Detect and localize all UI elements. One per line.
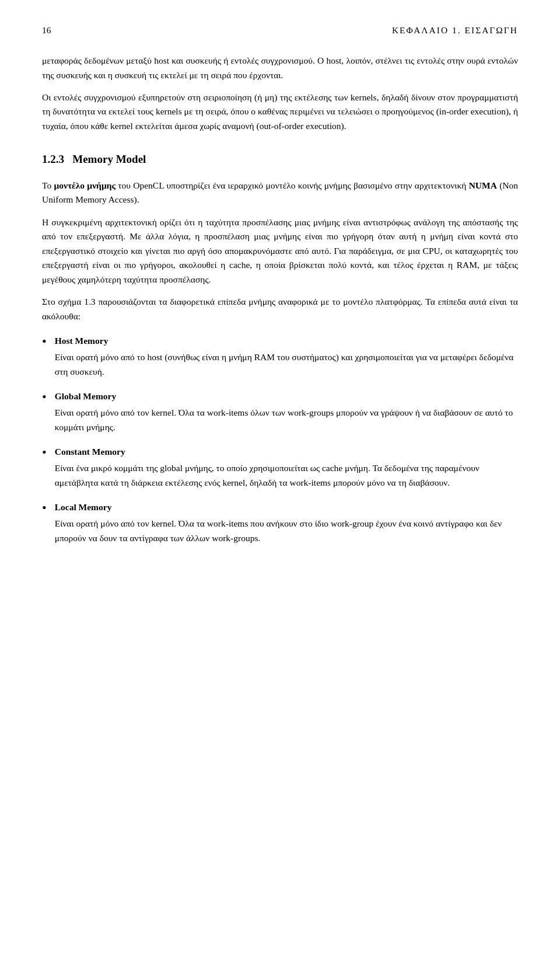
paragraph-2: Οι εντολές συγχρονισμού εξυπηρετούν στη … [42,90,518,133]
bullet-item-host-memory: • Host Memory Είναι ορατή μόνο από το ho… [42,334,518,379]
bullet-dot-global: • [42,388,47,406]
bullet-item-local-memory: • Local Memory Είναι ορατή μόνο από τον … [42,500,518,545]
local-memory-text: Είναι ορατή μόνο από τον kernel. Όλα τα … [55,518,502,542]
bullet-dot-local: • [42,499,47,517]
page-header: 16 ΚΕΦΑΛΑΙΟ 1. ΕΙΣΑΓΩΓΗ [42,23,518,37]
section-heading: 1.2.3 Memory Model [42,151,518,168]
bullet-dot-constant: • [42,444,47,462]
section-title: Memory Model [72,153,146,165]
global-memory-term: Global Memory [55,389,518,403]
bullet-item-constant-memory: • Constant Memory Είναι ένα μικρό κομμάτ… [42,445,518,490]
section-para2: Στο σχήμα 1.3 παρουσιάζονται τα διαφορετ… [42,295,518,323]
global-memory-text: Είναι ορατή μόνο από τον kernel. Όλα τα … [55,407,513,431]
bullet-dot-host: • [42,333,47,351]
bullet-content-host: Host Memory Είναι ορατή μόνο από το host… [55,334,518,379]
section-intro: Το μοντέλο μνήμης του OpenCL υποστηρίζει… [42,179,518,207]
section-number: 1.2.3 [42,153,64,165]
page-number: 16 [42,23,51,37]
section-para1: Η συγκεκριμένη αρχιτεκτονική ορίζει ότι … [42,215,518,287]
section-intro-text: Το μοντέλο μνήμης του OpenCL υποστηρίζει… [42,180,518,204]
bold-numa: NUMA [469,180,497,190]
bullet-content-global: Global Memory Είναι ορατή μόνο από τον k… [55,389,518,434]
local-memory-term: Local Memory [55,500,518,514]
bullet-content-local: Local Memory Είναι ορατή μόνο από τον ke… [55,500,518,545]
bullet-item-global-memory: • Global Memory Είναι ορατή μόνο από τον… [42,389,518,434]
host-memory-term: Host Memory [55,334,518,348]
constant-memory-term: Constant Memory [55,445,518,459]
bullet-list: • Host Memory Είναι ορατή μόνο από το ho… [42,334,518,545]
chapter-title: ΚΕΦΑΛΑΙΟ 1. ΕΙΣΑΓΩΓΗ [392,23,518,37]
host-memory-text: Είναι ορατή μόνο από το host (συνήθως εί… [55,352,514,376]
paragraph-1: μεταφοράς δεδομένων μεταξύ host και συσκ… [42,54,518,82]
bold-model: μοντέλο μνήμης [54,180,116,190]
bullet-content-constant: Constant Memory Είναι ένα μικρό κομμάτι … [55,445,518,490]
constant-memory-text: Είναι ένα μικρό κομμάτι της global μνήμη… [55,463,480,487]
